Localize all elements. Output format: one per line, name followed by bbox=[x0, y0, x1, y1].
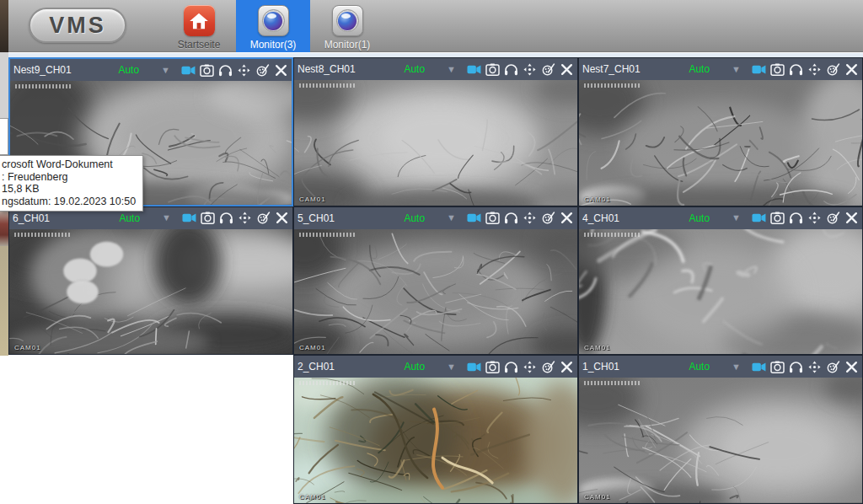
color-palette-icon[interactable] bbox=[255, 63, 270, 77]
camera-controls bbox=[466, 62, 574, 76]
camera-header: 1_CH01 Auto ▼ bbox=[579, 356, 862, 378]
video-stream-icon[interactable] bbox=[751, 212, 766, 225]
tooltip-line-type: crosoft Word-Dokument bbox=[2, 158, 137, 171]
camera-cell-2_CH01[interactable]: 2_CH01 Auto ▼ bbox=[293, 355, 578, 504]
camera-video[interactable]: CAM01 bbox=[579, 378, 862, 503]
tooltip-line-author: : Freudenberg bbox=[2, 171, 137, 184]
close-icon[interactable] bbox=[844, 62, 859, 76]
camera-cell-6_CH01[interactable]: 6_CH01 Auto ▼ bbox=[8, 206, 293, 356]
ptz-pan-icon[interactable] bbox=[807, 212, 822, 225]
snapshot-icon[interactable] bbox=[769, 62, 785, 76]
color-palette-icon[interactable] bbox=[825, 360, 840, 373]
tab-monitor-3-[interactable]: Monitor(3) bbox=[236, 0, 310, 52]
close-icon[interactable] bbox=[559, 62, 574, 76]
color-palette-icon[interactable] bbox=[540, 360, 555, 373]
stream-mode-label: Auto bbox=[689, 361, 710, 373]
dropdown-triangle-icon[interactable]: ▼ bbox=[162, 213, 171, 223]
ptz-pan-icon[interactable] bbox=[807, 360, 822, 373]
audio-headphones-icon[interactable] bbox=[217, 63, 233, 77]
background-photo-sliver bbox=[0, 0, 8, 52]
color-palette-icon[interactable] bbox=[825, 62, 840, 76]
ptz-pan-icon[interactable] bbox=[237, 212, 252, 225]
audio-headphones-icon[interactable] bbox=[503, 212, 518, 225]
camera-name: Nest8_CH01 bbox=[297, 63, 392, 75]
close-icon[interactable] bbox=[559, 212, 574, 225]
camera-header: 5_CH01 Auto ▼ bbox=[294, 207, 577, 229]
ptz-pan-icon[interactable] bbox=[522, 360, 537, 373]
osd-camera-label: CAM01 bbox=[584, 196, 611, 203]
camera-video[interactable]: CAM01 bbox=[579, 229, 862, 355]
audio-headphones-icon[interactable] bbox=[503, 62, 518, 76]
camera-cell-1_CH01[interactable]: 1_CH01 Auto ▼ bbox=[578, 355, 863, 504]
color-palette-icon[interactable] bbox=[540, 212, 555, 225]
video-stream-icon[interactable] bbox=[466, 360, 481, 373]
color-palette-icon[interactable] bbox=[540, 62, 555, 76]
tab-startseite[interactable]: Startseite bbox=[162, 0, 236, 52]
video-stream-icon[interactable] bbox=[466, 212, 481, 225]
ptz-pan-icon[interactable] bbox=[522, 62, 537, 76]
stream-mode-label: Auto bbox=[118, 64, 139, 76]
osd-camera-label: CAM01 bbox=[584, 493, 611, 501]
background-window-sliver bbox=[0, 0, 8, 504]
snapshot-icon[interactable] bbox=[200, 212, 215, 225]
ptz-pan-icon[interactable] bbox=[807, 62, 822, 76]
audio-headphones-icon[interactable] bbox=[503, 360, 518, 373]
close-icon[interactable] bbox=[274, 212, 289, 225]
camera-video[interactable]: CAM01 bbox=[579, 80, 862, 206]
snapshot-icon[interactable] bbox=[485, 360, 500, 373]
main-toolbar: VMS Startseite Monitor(3) Monitor(1) bbox=[8, 0, 863, 52]
stream-mode-label: Auto bbox=[404, 361, 425, 373]
camera-video[interactable]: CAM01 bbox=[294, 229, 577, 355]
tab-label: Startseite bbox=[178, 39, 221, 51]
close-icon[interactable] bbox=[559, 360, 574, 373]
snapshot-icon[interactable] bbox=[769, 360, 785, 373]
dropdown-triangle-icon[interactable]: ▼ bbox=[447, 65, 456, 74]
camera-video[interactable]: CAM01 bbox=[9, 229, 292, 355]
camera-cell-Nest7_CH01[interactable]: Nest7_CH01 Auto ▼ bbox=[578, 57, 863, 206]
video-stream-icon[interactable] bbox=[751, 360, 766, 373]
camera-controls bbox=[751, 212, 859, 225]
audio-headphones-icon[interactable] bbox=[218, 212, 233, 225]
snapshot-icon[interactable] bbox=[485, 62, 500, 76]
camera-header: Nest7_CH01 Auto ▼ bbox=[579, 58, 862, 80]
video-stream-icon[interactable] bbox=[181, 212, 196, 225]
home-icon bbox=[184, 5, 215, 36]
snapshot-icon[interactable] bbox=[485, 212, 500, 225]
video-stream-icon[interactable] bbox=[466, 62, 481, 76]
ptz-pan-icon[interactable] bbox=[236, 63, 251, 77]
snapshot-icon[interactable] bbox=[199, 63, 214, 77]
video-stream-icon[interactable] bbox=[751, 62, 766, 76]
dropdown-triangle-icon[interactable]: ▼ bbox=[732, 65, 741, 74]
app-logo: VMS bbox=[29, 8, 126, 43]
stream-mode-label: Auto bbox=[404, 63, 425, 75]
audio-headphones-icon[interactable] bbox=[788, 62, 803, 76]
osd-timestamp bbox=[299, 233, 356, 237]
camera-header: Nest9_CH01 Auto ▼ bbox=[10, 59, 292, 81]
dropdown-triangle-icon[interactable]: ▼ bbox=[447, 362, 456, 372]
camera-name: 1_CH01 bbox=[582, 361, 677, 373]
close-icon[interactable] bbox=[844, 360, 859, 373]
audio-headphones-icon[interactable] bbox=[788, 360, 803, 373]
tab-monitor-1-[interactable]: Monitor(1) bbox=[310, 0, 384, 52]
dropdown-triangle-icon[interactable]: ▼ bbox=[447, 213, 456, 223]
dropdown-triangle-icon[interactable]: ▼ bbox=[732, 362, 741, 372]
camera-video[interactable]: CAM01 bbox=[294, 80, 577, 206]
video-stream-icon[interactable] bbox=[180, 63, 196, 77]
dropdown-triangle-icon[interactable]: ▼ bbox=[161, 66, 170, 75]
camera-name: 4_CH01 bbox=[582, 212, 677, 224]
dropdown-triangle-icon[interactable]: ▼ bbox=[732, 213, 741, 223]
close-icon[interactable] bbox=[273, 63, 288, 77]
color-palette-icon[interactable] bbox=[255, 212, 271, 225]
camera-cell-5_CH01[interactable]: 5_CH01 Auto ▼ bbox=[293, 206, 578, 356]
camera-cell-4_CH01[interactable]: 4_CH01 Auto ▼ bbox=[578, 206, 863, 356]
background-blank-sliver bbox=[0, 356, 8, 504]
snapshot-icon[interactable] bbox=[769, 212, 785, 225]
camera-name: 2_CH01 bbox=[297, 361, 392, 373]
close-icon[interactable] bbox=[844, 212, 859, 225]
camera-controls bbox=[181, 212, 289, 225]
color-palette-icon[interactable] bbox=[825, 212, 840, 225]
ptz-pan-icon[interactable] bbox=[522, 212, 537, 225]
camera-cell-Nest8_CH01[interactable]: Nest8_CH01 Auto ▼ bbox=[293, 57, 578, 206]
audio-headphones-icon[interactable] bbox=[788, 212, 803, 225]
camera-video[interactable]: CAM01 bbox=[294, 378, 577, 503]
